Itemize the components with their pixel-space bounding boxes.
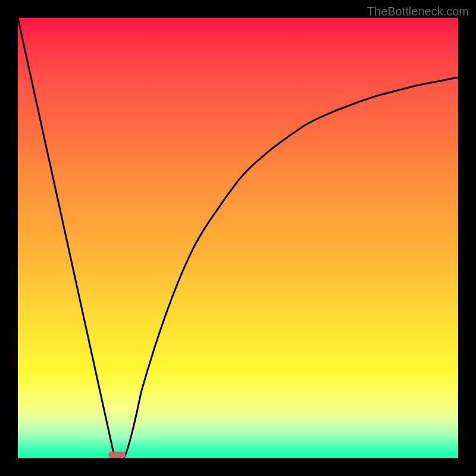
optimal-marker bbox=[108, 452, 126, 458]
chart-area bbox=[18, 18, 458, 458]
bottleneck-curve bbox=[18, 18, 458, 458]
watermark-text: TheBottleneck.com bbox=[367, 5, 469, 18]
